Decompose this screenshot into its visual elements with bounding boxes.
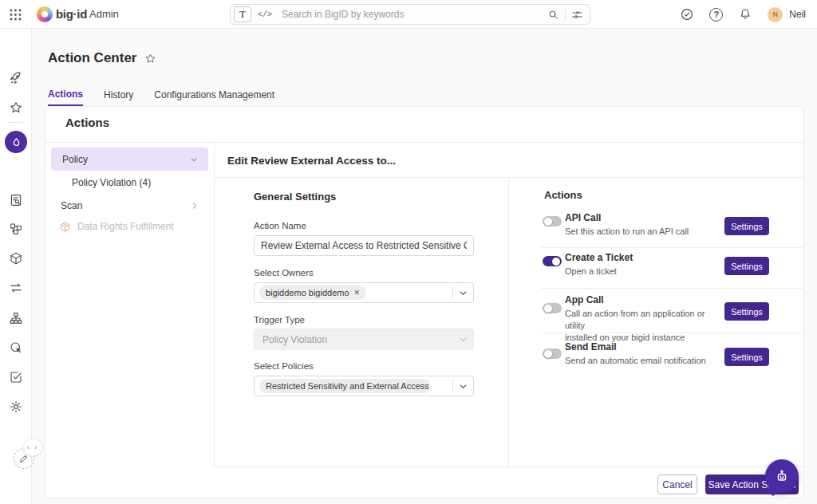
select-owners-label: Select Owners [254, 268, 314, 278]
tree-item-data-rights-fulfillment: Data Rights Fulfillment [59, 219, 174, 234]
search-input[interactable] [282, 9, 547, 20]
send-email-settings-button[interactable]: Settings [724, 348, 769, 366]
locations-globe-icon[interactable] [9, 341, 23, 355]
chevron-down-icon[interactable] [458, 288, 468, 298]
action-item-desc: Send an automatic email notification [565, 355, 748, 367]
search-icon[interactable] [547, 9, 559, 21]
favorites-star-icon[interactable] [9, 100, 23, 115]
editor-header-divider [215, 177, 804, 178]
catalog-cube-icon[interactable] [9, 251, 23, 266]
collapse-sidebar-icon[interactable]: ‹ › [23, 439, 42, 456]
tasks-icon[interactable] [680, 7, 694, 22]
cancel-button[interactable]: Cancel [657, 474, 697, 494]
tree-item-scan[interactable]: Scan [51, 196, 203, 215]
topbar-right: ? N Neil [680, 0, 806, 29]
api-call-toggle[interactable] [543, 216, 562, 226]
tab-configurations-management[interactable]: Configurations Management [154, 83, 274, 106]
bigid-logo-icon [37, 6, 53, 22]
chevron-down-icon[interactable] [458, 381, 468, 392]
notifications-bell-icon[interactable] [738, 7, 752, 22]
card-heading: Actions [65, 116, 109, 129]
row-divider [541, 247, 803, 248]
top-bar: big·id Admin T </> ? N Neil [0, 0, 817, 29]
search-actions [547, 9, 583, 21]
select-divider [452, 287, 453, 298]
parcel-icon [59, 221, 71, 233]
action-center-icon-active[interactable] [5, 131, 27, 153]
general-settings-heading: General Settings [254, 191, 336, 203]
chevron-right-icon[interactable] [190, 201, 199, 211]
assistant-robot-fab[interactable] [765, 459, 799, 493]
help-icon[interactable]: ? [709, 8, 723, 22]
columns-divider [508, 178, 509, 467]
data-flows-swap-icon[interactable] [9, 281, 23, 295]
trigger-type-label: Trigger Type [254, 315, 305, 325]
tree-item-label: Policy Violation (4) [72, 177, 151, 188]
action-item-title: Create a Ticket [565, 252, 633, 263]
trigger-type-select-disabled: Policy Violation [254, 329, 474, 350]
policy-chip-label: Restricted Sensitivity and External Acce… [266, 381, 429, 391]
chevron-down-icon[interactable] [189, 155, 199, 164]
editor-title: Edit Review External Access to... [227, 155, 396, 167]
action-name-label: Action Name [254, 221, 306, 230]
query-search-toggle[interactable]: </> [255, 10, 275, 19]
tab-bar: Actions History Configurations Managemen… [48, 83, 274, 106]
settings-gear-icon[interactable] [9, 400, 23, 414]
footer-divider [215, 467, 804, 467]
advanced-search-icon[interactable] [571, 9, 583, 21]
tree-item-label: Scan [61, 200, 82, 211]
hierarchy-tree-icon[interactable] [9, 311, 23, 325]
row-divider [541, 333, 803, 333]
action-item-title: Send Email [565, 341, 617, 352]
owner-chip-label: bigiddemo bigiddemo [266, 288, 349, 297]
tab-history[interactable]: History [104, 83, 133, 106]
avatar[interactable]: N [768, 7, 783, 22]
create-ticket-toggle[interactable] [543, 256, 562, 266]
select-owners-dropdown[interactable]: bigiddemo bigiddemo ✕ [254, 282, 474, 303]
text-search-toggle[interactable]: T [234, 6, 251, 22]
brand-name: big·id [56, 7, 87, 21]
action-name-input[interactable] [254, 235, 474, 256]
page-title-row: Action Center [48, 50, 156, 66]
trigger-type-value: Policy Violation [262, 334, 327, 345]
action-item-title: API Call [565, 212, 601, 223]
tasks-checkbox-icon[interactable] [9, 370, 23, 384]
classification-nodes-icon[interactable] [9, 222, 23, 236]
user-name[interactable]: Neil [789, 9, 806, 20]
tree-item-policy-violation[interactable]: Policy Violation (4) [72, 175, 151, 191]
select-policies-dropdown[interactable]: Restricted Sensitivity and External Acce… [254, 376, 474, 396]
product-name: Admin [89, 8, 119, 20]
actions-panel-heading: Actions [544, 189, 582, 201]
app-call-settings-button[interactable]: Settings [724, 302, 769, 321]
api-call-settings-button[interactable]: Settings [724, 217, 769, 235]
favorite-star-icon[interactable] [144, 53, 156, 65]
rail-divider [9, 122, 23, 123]
global-search[interactable]: T </> [230, 4, 590, 25]
tree-item-label: Data Rights Fulfillment [77, 221, 174, 232]
select-policies-label: Select Policies [254, 361, 314, 371]
remove-owner-icon[interactable]: ✕ [354, 289, 361, 297]
action-item-title: App Call [565, 294, 604, 305]
page-title: Action Center [48, 50, 136, 66]
send-email-toggle[interactable] [543, 348, 562, 359]
search-divider [565, 9, 566, 20]
app-call-toggle[interactable] [543, 303, 562, 313]
app-launcher-icon[interactable] [10, 9, 22, 21]
policy-chip: Restricted Sensitivity and External Acce… [259, 379, 431, 393]
getting-started-rocket-icon[interactable] [9, 71, 23, 85]
reports-clipboard-search-icon[interactable] [9, 193, 23, 207]
chevron-down-icon [458, 334, 468, 345]
action-item-desc: Set this action to run an API call [565, 226, 748, 238]
tab-actions[interactable]: Actions [48, 83, 83, 106]
tree-panel-divider [214, 142, 215, 467]
row-divider [541, 288, 803, 289]
action-item-desc: Open a ticket [565, 266, 724, 278]
tree-item-policy[interactable]: Policy [51, 148, 208, 171]
action-item-desc: Call an action from an application or ut… [565, 308, 724, 344]
select-divider [452, 380, 453, 392]
left-nav-rail [0, 29, 32, 504]
create-ticket-settings-button[interactable]: Settings [724, 257, 769, 275]
tree-item-label: Policy [62, 154, 88, 165]
card-divider [45, 142, 803, 143]
owner-chip: bigiddemo bigiddemo ✕ [259, 285, 366, 300]
